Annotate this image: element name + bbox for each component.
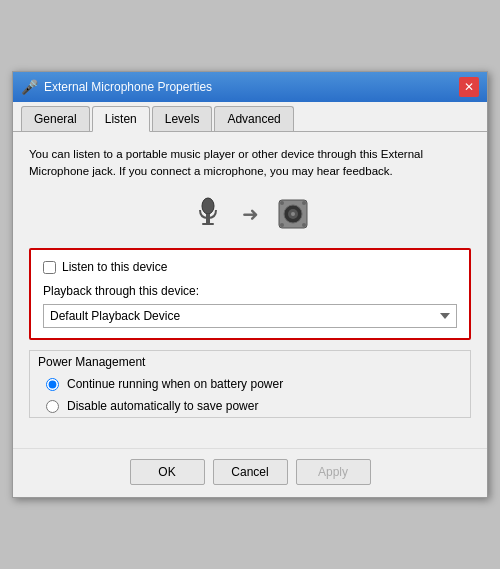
tab-advanced[interactable]: Advanced xyxy=(214,106,293,131)
arrow-icon: ➜ xyxy=(242,202,259,226)
listen-options-box: Listen to this device Playback through t… xyxy=(29,248,471,340)
svg-point-10 xyxy=(280,223,284,227)
apply-button[interactable]: Apply xyxy=(296,459,371,485)
svg-point-9 xyxy=(302,201,306,205)
playback-device-dropdown[interactable]: Default Playback Device xyxy=(43,304,457,328)
device-flow: ➜ xyxy=(29,196,471,232)
power-option-continue: Continue running when on battery power xyxy=(30,373,470,395)
ok-button[interactable]: OK xyxy=(130,459,205,485)
svg-point-11 xyxy=(302,223,306,227)
power-management-title: Power Management xyxy=(30,351,470,373)
svg-point-0 xyxy=(202,198,214,214)
svg-point-7 xyxy=(291,212,295,216)
tab-listen[interactable]: Listen xyxy=(92,106,150,132)
tab-bar: General Listen Levels Advanced xyxy=(13,102,487,132)
tab-general[interactable]: General xyxy=(21,106,90,131)
power-continue-label[interactable]: Continue running when on battery power xyxy=(67,377,283,391)
title-bar-left: 🎤 External Microphone Properties xyxy=(21,79,212,95)
power-management-group: Power Management Continue running when o… xyxy=(29,350,471,418)
cancel-button[interactable]: Cancel xyxy=(213,459,288,485)
title-bar: 🎤 External Microphone Properties ✕ xyxy=(13,72,487,102)
listen-checkbox[interactable] xyxy=(43,261,56,274)
power-disable-label[interactable]: Disable automatically to save power xyxy=(67,399,258,413)
power-option-disable: Disable automatically to save power xyxy=(30,395,470,417)
listen-checkbox-row: Listen to this device xyxy=(43,260,457,274)
close-button[interactable]: ✕ xyxy=(459,77,479,97)
tab-levels[interactable]: Levels xyxy=(152,106,213,131)
microphone-icon xyxy=(190,196,226,232)
window-title: External Microphone Properties xyxy=(44,80,212,94)
dialog-buttons: OK Cancel Apply xyxy=(13,448,487,497)
power-continue-radio[interactable] xyxy=(46,378,59,391)
listen-label[interactable]: Listen to this device xyxy=(62,260,167,274)
svg-rect-3 xyxy=(202,223,214,225)
description-text: You can listen to a portable music playe… xyxy=(29,146,471,181)
svg-point-8 xyxy=(280,201,284,205)
speaker-icon xyxy=(275,196,311,232)
svg-rect-2 xyxy=(206,220,210,223)
window-icon: 🎤 xyxy=(21,79,38,95)
power-disable-radio[interactable] xyxy=(46,400,59,413)
tab-content: You can listen to a portable music playe… xyxy=(13,132,487,449)
playback-through-label: Playback through this device: xyxy=(43,284,457,298)
dialog-window: 🎤 External Microphone Properties ✕ Gener… xyxy=(12,71,488,499)
